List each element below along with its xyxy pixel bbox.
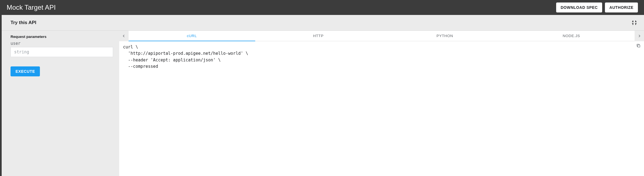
page-title: Mock Target API bbox=[7, 4, 56, 11]
request-params-pane: Request parameters user EXECUTE bbox=[2, 31, 119, 176]
tabs-scroll-left-button[interactable] bbox=[119, 31, 129, 41]
tab-python[interactable]: PYTHON bbox=[382, 31, 508, 41]
panel-header: Try this API bbox=[2, 15, 644, 31]
download-spec-button[interactable]: DOWNLOAD SPEC bbox=[556, 2, 602, 12]
tabs-row: cURL HTTP PYTHON NODE.JS bbox=[119, 31, 644, 41]
tab-nodejs[interactable]: NODE.JS bbox=[508, 31, 635, 41]
tabs-scroll-right-button[interactable] bbox=[635, 31, 644, 41]
code-sample-pane: cURL HTTP PYTHON NODE.JS curl \ 'http://… bbox=[119, 31, 644, 176]
shell: Try this API Request parameters user EXE… bbox=[0, 15, 644, 176]
param-name: user bbox=[11, 41, 113, 46]
try-api-panel: Try this API Request parameters user EXE… bbox=[2, 15, 644, 176]
authorize-button[interactable]: AUTHORIZE bbox=[605, 2, 638, 12]
copy-icon[interactable] bbox=[636, 43, 641, 48]
request-params-label: Request parameters bbox=[11, 35, 113, 39]
panel-body: Request parameters user EXECUTE cURL HTT… bbox=[2, 31, 644, 176]
collapse-icon[interactable] bbox=[632, 20, 637, 25]
code-area: curl \ 'http://apiportal-prod.apigee.net… bbox=[119, 41, 644, 176]
header-buttons: DOWNLOAD SPEC AUTHORIZE bbox=[556, 2, 638, 12]
user-input[interactable] bbox=[11, 47, 113, 57]
code-snippet: curl \ 'http://apiportal-prod.apigee.net… bbox=[119, 41, 644, 73]
header: Mock Target API DOWNLOAD SPEC AUTHORIZE bbox=[0, 0, 644, 15]
svg-rect-8 bbox=[638, 45, 640, 47]
execute-button[interactable]: EXECUTE bbox=[11, 66, 40, 76]
tab-curl[interactable]: cURL bbox=[129, 31, 255, 41]
code-tabs: cURL HTTP PYTHON NODE.JS bbox=[129, 31, 635, 41]
panel-title: Try this API bbox=[11, 20, 36, 25]
tab-http[interactable]: HTTP bbox=[255, 31, 382, 41]
